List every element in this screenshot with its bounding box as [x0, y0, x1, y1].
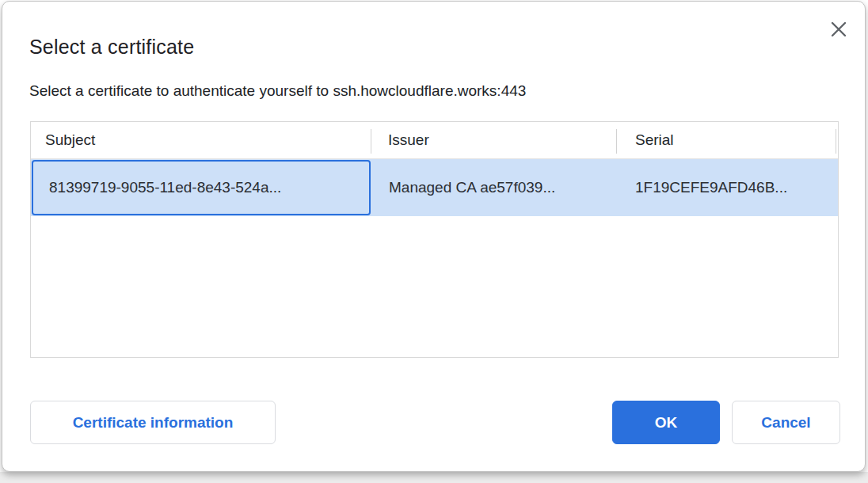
cancel-button[interactable]: Cancel	[732, 401, 840, 444]
column-header-issuer: Issuer	[371, 122, 616, 158]
cell-issuer[interactable]: Managed CA ae57f039...	[371, 159, 616, 216]
ok-button[interactable]: OK	[612, 401, 720, 444]
close-button[interactable]	[827, 17, 851, 41]
page-background	[0, 472, 868, 483]
dialog-title: Select a certificate	[29, 36, 194, 59]
certificate-information-button[interactable]: Certificate information	[30, 401, 276, 444]
dialog-subtitle: Select a certificate to authenticate you…	[29, 82, 526, 100]
close-icon	[830, 21, 847, 38]
cell-subject[interactable]: 81399719-9055-11ed-8e43-524a...	[32, 160, 371, 215]
column-header-subject: Subject	[31, 122, 371, 158]
certificate-table: Subject Issuer Serial 81399719-9055-11ed…	[30, 121, 839, 358]
column-header-serial: Serial	[616, 122, 836, 158]
certificate-select-dialog: Select a certificate Select a certificat…	[2, 1, 866, 472]
certificate-row-selected[interactable]: 81399719-9055-11ed-8e43-524a... Managed …	[31, 159, 838, 216]
scrollbar-gutter-column	[836, 122, 838, 158]
table-header-row: Subject Issuer Serial	[31, 122, 838, 159]
cell-serial[interactable]: 1F19CEFE9AFD46B...	[616, 159, 836, 216]
